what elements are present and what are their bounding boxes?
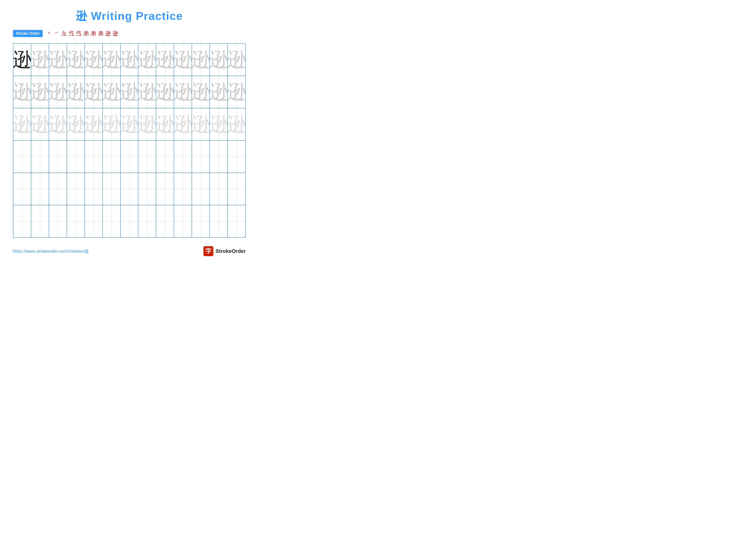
grid-cell-empty[interactable] bbox=[67, 173, 85, 205]
character-faint: 逊 bbox=[49, 50, 67, 69]
footer-brand: 字 StrokeOrder bbox=[203, 246, 246, 256]
grid-cell[interactable]: 逊 bbox=[138, 44, 156, 76]
character-faint: 逊 bbox=[31, 82, 49, 102]
grid-cell[interactable]: 逊 bbox=[85, 76, 103, 108]
footer: https://www.strokeorder.com/chinese/逊 字 … bbox=[13, 246, 246, 256]
character-light: 逊 bbox=[85, 114, 103, 134]
grid-cell-empty[interactable] bbox=[49, 173, 67, 205]
grid-cell[interactable]: 逊 bbox=[192, 108, 210, 140]
grid-cell-empty[interactable] bbox=[228, 173, 245, 205]
grid-cell[interactable]: 逊 bbox=[121, 44, 139, 76]
grid-cell-empty[interactable] bbox=[192, 173, 210, 205]
grid-cell[interactable]: 逊 bbox=[85, 44, 103, 76]
grid-cell-empty[interactable] bbox=[228, 205, 245, 237]
grid-row: 逊 逊 逊 逊 逊 逊 逊 逊 逊 逊 逊 逊 逊 bbox=[14, 76, 245, 108]
grid-cell[interactable]: 逊 bbox=[67, 108, 85, 140]
grid-cell[interactable]: 逊 bbox=[156, 108, 174, 140]
grid-cell[interactable]: 逊 bbox=[31, 44, 49, 76]
character-faint: 逊 bbox=[156, 50, 174, 69]
grid-cell-empty[interactable] bbox=[228, 141, 245, 172]
grid-cell-empty[interactable] bbox=[174, 141, 192, 172]
grid-cell[interactable]: 逊 bbox=[67, 44, 85, 76]
grid-cell[interactable]: 逊 bbox=[85, 108, 103, 140]
grid-cell-empty[interactable] bbox=[138, 205, 156, 237]
grid-cell[interactable]: 逊 bbox=[228, 44, 245, 76]
grid-cell-empty[interactable] bbox=[156, 141, 174, 172]
grid-cell-empty[interactable] bbox=[210, 141, 228, 172]
grid-cell-empty[interactable] bbox=[85, 205, 103, 237]
grid-cell[interactable]: 逊 bbox=[210, 76, 228, 108]
grid-cell[interactable]: 逊 bbox=[67, 76, 85, 108]
grid-cell[interactable]: 逊 bbox=[210, 44, 228, 76]
grid-cell-empty[interactable] bbox=[210, 173, 228, 205]
grid-cell[interactable]: 逊 bbox=[210, 108, 228, 140]
character-faint: 逊 bbox=[192, 82, 210, 102]
grid-cell[interactable]: 逊 bbox=[103, 76, 121, 108]
grid-cell[interactable]: 逊 bbox=[156, 44, 174, 76]
stroke-sequence: 丶 ㇀ 彑 弖 弖 弟 弟 弟 逊 逊 bbox=[46, 30, 118, 37]
grid-cell-empty[interactable] bbox=[174, 205, 192, 237]
grid-cell[interactable]: 逊 bbox=[174, 44, 192, 76]
character-faint: 逊 bbox=[138, 50, 156, 69]
grid-cell-empty[interactable] bbox=[156, 205, 174, 237]
character-faint: 逊 bbox=[174, 50, 192, 69]
grid-cell-empty[interactable] bbox=[156, 173, 174, 205]
grid-cell[interactable]: 逊 bbox=[103, 44, 121, 76]
character-solid: 逊 bbox=[14, 50, 31, 69]
grid-cell-solid[interactable]: 逊 bbox=[14, 44, 31, 76]
grid-cell[interactable]: 逊 bbox=[14, 76, 31, 108]
grid-cell[interactable]: 逊 bbox=[138, 76, 156, 108]
grid-cell[interactable]: 逊 bbox=[31, 76, 49, 108]
character-faint: 逊 bbox=[121, 82, 139, 102]
grid-cell-empty[interactable] bbox=[103, 173, 121, 205]
grid-cell-empty[interactable] bbox=[31, 173, 49, 205]
character-light: 逊 bbox=[156, 114, 174, 134]
grid-cell-empty[interactable] bbox=[121, 205, 139, 237]
grid-cell[interactable]: 逊 bbox=[121, 108, 139, 140]
grid-cell[interactable]: 逊 bbox=[174, 108, 192, 140]
grid-cell[interactable]: 逊 bbox=[103, 108, 121, 140]
grid-cell-empty[interactable] bbox=[31, 205, 49, 237]
grid-cell[interactable]: 逊 bbox=[228, 76, 245, 108]
grid-cell[interactable]: 逊 bbox=[156, 76, 174, 108]
grid-cell[interactable]: 逊 bbox=[174, 76, 192, 108]
character-light: 逊 bbox=[174, 114, 192, 134]
grid-cell[interactable]: 逊 bbox=[49, 44, 67, 76]
grid-cell[interactable]: 逊 bbox=[121, 76, 139, 108]
character-faint: 逊 bbox=[49, 82, 67, 102]
character-light: 逊 bbox=[228, 114, 245, 134]
grid-cell-empty[interactable] bbox=[14, 173, 31, 205]
character-faint: 逊 bbox=[14, 82, 31, 102]
grid-cell-empty[interactable] bbox=[14, 141, 31, 172]
grid-cell-empty[interactable] bbox=[138, 173, 156, 205]
grid-cell-empty[interactable] bbox=[49, 205, 67, 237]
grid-cell[interactable]: 逊 bbox=[192, 76, 210, 108]
grid-cell-empty[interactable] bbox=[121, 141, 139, 172]
grid-cell[interactable]: 逊 bbox=[228, 108, 245, 140]
grid-cell-empty[interactable] bbox=[85, 141, 103, 172]
grid-cell-empty[interactable] bbox=[67, 141, 85, 172]
grid-cell-empty[interactable] bbox=[49, 141, 67, 172]
grid-cell-empty[interactable] bbox=[192, 205, 210, 237]
grid-cell[interactable]: 逊 bbox=[138, 108, 156, 140]
grid-cell-empty[interactable] bbox=[103, 141, 121, 172]
grid-cell-empty[interactable] bbox=[67, 205, 85, 237]
grid-cell[interactable]: 逊 bbox=[49, 108, 67, 140]
footer-url[interactable]: https://www.strokeorder.com/chinese/逊 bbox=[13, 248, 89, 254]
grid-cell-empty[interactable] bbox=[31, 141, 49, 172]
grid-cell-empty[interactable] bbox=[14, 205, 31, 237]
grid-cell[interactable]: 逊 bbox=[14, 108, 31, 140]
grid-cell-empty[interactable] bbox=[85, 173, 103, 205]
grid-cell-empty[interactable] bbox=[121, 173, 139, 205]
grid-cell-empty[interactable] bbox=[192, 141, 210, 172]
grid-cell-empty[interactable] bbox=[174, 173, 192, 205]
grid-cell-empty[interactable] bbox=[138, 141, 156, 172]
grid-cell[interactable]: 逊 bbox=[192, 44, 210, 76]
brand-name: StrokeOrder bbox=[216, 248, 246, 254]
grid-cell[interactable]: 逊 bbox=[31, 108, 49, 140]
grid-cell-empty[interactable] bbox=[103, 205, 121, 237]
practice-grid: 逊 逊 逊 逊 逊 逊 逊 逊 逊 逊 逊 逊 逊 逊 逊 逊 逊 逊 逊 逊 … bbox=[13, 43, 246, 238]
grid-cell[interactable]: 逊 bbox=[49, 76, 67, 108]
grid-cell-empty[interactable] bbox=[210, 205, 228, 237]
character-faint: 逊 bbox=[228, 82, 245, 102]
